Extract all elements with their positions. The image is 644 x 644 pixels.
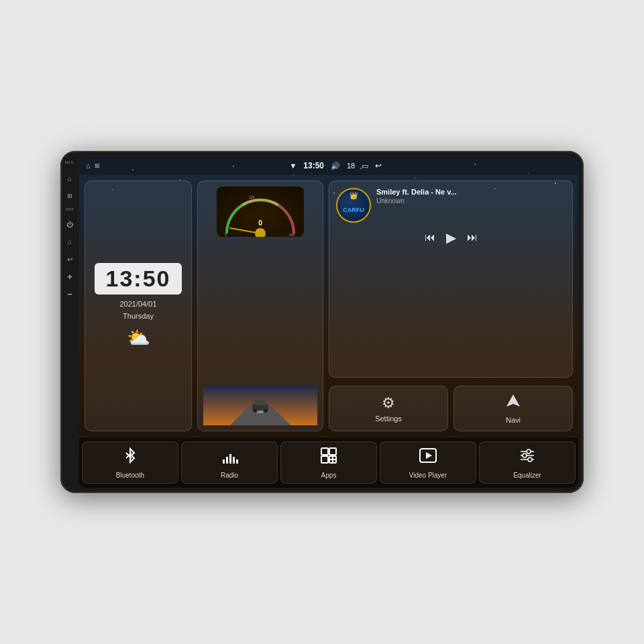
play-button[interactable]: ▶	[446, 229, 456, 246]
status-time: 13:50	[303, 161, 324, 170]
svg-rect-34	[321, 456, 328, 463]
clock-display: 13:50	[95, 263, 182, 294]
video-icon	[419, 446, 437, 469]
svg-rect-24	[254, 400, 266, 405]
side-btn-vol-down[interactable]: −	[65, 289, 74, 299]
speed-widget: 0 120 240 0 km/h	[197, 180, 323, 431]
side-buttons-panel: MIC ⌂ ⊞ RST ⏻ ⌂ ↩ + −	[60, 151, 79, 493]
music-widget: 👑 CARFU Smiley ft. Delia - Ne v... Unkno…	[329, 180, 573, 378]
side-btn-power[interactable]: ⏻	[65, 219, 74, 229]
right-column: 👑 CARFU Smiley ft. Delia - Ne v... Unkno…	[329, 180, 573, 431]
music-top: 👑 CARFU Smiley ft. Delia - Ne v... Unkno…	[336, 188, 566, 223]
status-center: ▼ 13:50 🔊 18 ▭ ↩	[289, 161, 382, 170]
prev-button[interactable]: ⏮	[425, 231, 435, 244]
navi-button[interactable]: Navi	[453, 386, 573, 431]
equalizer-icon	[518, 446, 537, 469]
svg-rect-31	[236, 460, 238, 464]
side-btn-home2[interactable]: ⌂	[65, 237, 74, 246]
carfu-text: CARFU	[343, 207, 364, 213]
apps-icon	[319, 446, 338, 469]
status-left: ⌂ ⊞	[86, 162, 100, 170]
svg-marker-39	[426, 452, 432, 459]
weather-symbol: ⛅	[127, 327, 150, 348]
side-btn-vol-up[interactable]: +	[65, 272, 74, 281]
music-title: Smiley ft. Delia - Ne v...	[376, 188, 566, 196]
radio-icon	[220, 446, 239, 469]
main-content: 13:50 2021/04/01 Thursday ⛅	[79, 175, 578, 488]
side-btn-home[interactable]: ⌂	[65, 174, 74, 183]
crown-icon: 👑	[350, 192, 358, 199]
clock-time: 13:50	[106, 266, 171, 291]
next-button[interactable]: ⏭	[467, 231, 478, 244]
status-bar: ⌂ ⊞ ▼ 13:50 🔊 18 ▭ ↩	[79, 156, 578, 175]
svg-text:km/h: km/h	[257, 228, 264, 232]
video-player-button[interactable]: Video Player	[380, 441, 476, 484]
svg-text:0: 0	[258, 219, 262, 227]
svg-rect-29	[229, 454, 231, 464]
music-info: Smiley ft. Delia - Ne v... Unknown	[376, 188, 566, 205]
radio-button[interactable]: Radio	[181, 441, 278, 484]
svg-rect-27	[223, 460, 225, 464]
svg-text:0: 0	[225, 233, 227, 237]
video-label: Video Player	[409, 472, 447, 479]
navi-icon	[505, 393, 521, 413]
settings-button[interactable]: ⚙ Settings	[329, 386, 448, 431]
speedometer-svg: 0 120 240 0 km/h	[217, 186, 304, 237]
svg-text:240: 240	[289, 233, 295, 237]
home-status-icon: ⌂	[86, 162, 91, 170]
equalizer-button[interactable]: Equalizer	[479, 441, 576, 484]
side-btn-back[interactable]: ↩	[65, 254, 74, 264]
svg-point-25	[253, 409, 257, 413]
svg-point-26	[264, 409, 268, 413]
apps-label: Apps	[321, 472, 337, 479]
radio-label: Radio	[221, 472, 238, 479]
volume-icon: 🔊	[331, 162, 340, 170]
bluetooth-label: Bluetooth	[116, 472, 144, 479]
clock-date: 2021/04/01 Thursday	[95, 299, 182, 322]
clock-date-line2: Thursday	[95, 311, 182, 323]
svg-point-43	[523, 453, 527, 458]
volume-level: 18	[347, 162, 355, 170]
screen: ⌂ ⊞ ▼ 13:50 🔊 18 ▭ ↩ 13:50	[79, 156, 578, 488]
back-status-icon: ↩	[375, 161, 382, 170]
svg-rect-33	[329, 448, 336, 455]
navi-label: Navi	[506, 416, 521, 424]
widgets-row: 13:50 2021/04/01 Thursday ⛅	[79, 175, 578, 437]
rst-label: RST	[66, 207, 74, 211]
equalizer-label: Equalizer	[513, 472, 541, 479]
launcher-status-icon: ⊞	[95, 162, 100, 169]
svg-point-45	[528, 458, 532, 462]
road-scene-svg	[203, 385, 317, 425]
carfu-logo: 👑 CARFU	[336, 188, 371, 223]
wifi-icon: ▼	[289, 162, 297, 170]
svg-point-44	[527, 449, 531, 453]
settings-navi-row: ⚙ Settings Navi	[329, 386, 573, 431]
bottom-bar: Bluetooth Radio	[79, 437, 578, 488]
clock-date-line1: 2021/04/01	[95, 299, 182, 311]
clock-widget: 13:50 2021/04/01 Thursday ⛅	[85, 180, 192, 431]
svg-rect-30	[233, 457, 235, 464]
settings-icon: ⚙	[382, 394, 395, 412]
bluetooth-button[interactable]: Bluetooth	[82, 441, 178, 484]
bluetooth-icon	[121, 446, 140, 469]
mic-label: MIC	[65, 160, 74, 164]
music-controls: ⏮ ▶ ⏭	[336, 229, 566, 246]
svg-rect-32	[321, 448, 328, 455]
apps-button[interactable]: Apps	[280, 441, 377, 484]
window-icon: ▭	[362, 162, 368, 170]
svg-rect-28	[226, 457, 228, 464]
side-btn-launcher[interactable]: ⊞	[65, 191, 74, 201]
weather-icon: ⛅	[95, 327, 182, 349]
music-artist: Unknown	[376, 197, 566, 205]
svg-text:120: 120	[249, 195, 255, 199]
car-stereo-device: MIC ⌂ ⊞ RST ⏻ ⌂ ↩ + −	[60, 151, 584, 493]
settings-label: Settings	[375, 415, 402, 423]
